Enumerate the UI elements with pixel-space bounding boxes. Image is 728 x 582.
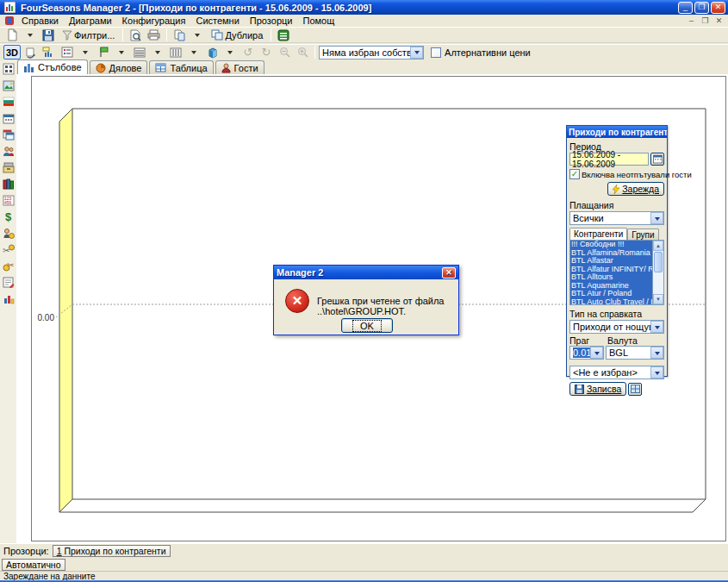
alt-prices-checkbox[interactable] — [431, 47, 441, 58]
statistics-button[interactable] — [1, 291, 16, 305]
planning-button[interactable] — [1, 128, 16, 141]
close-button[interactable]: ✕ — [711, 2, 725, 14]
scroll-down-icon[interactable]: ▼ — [653, 294, 663, 304]
dialog-close-button[interactable]: ✕ — [442, 267, 456, 278]
copy-style-button[interactable] — [171, 28, 188, 42]
panel-titlebar[interactable]: Приходи по контрагенти ✕ — [567, 126, 667, 138]
alt-prices-label: Алтернативни цени — [445, 47, 531, 58]
accounts-button[interactable]: 123456 — [1, 193, 16, 207]
guests-button[interactable] — [1, 144, 16, 158]
new-dropdown-button[interactable] — [22, 28, 39, 42]
menu-help[interactable]: Помощ — [297, 15, 339, 27]
save-report-button[interactable]: Записва — [569, 382, 626, 396]
menu-windows[interactable]: Прозорци — [245, 15, 298, 27]
chevron-down-icon[interactable] — [590, 347, 603, 359]
payments-button[interactable]: $ — [1, 210, 16, 223]
nationality-button[interactable] — [1, 95, 16, 109]
wall-style-dropdown-button[interactable] — [221, 45, 239, 59]
mdi-restore-button[interactable]: ❐ — [700, 16, 711, 25]
ok-button[interactable]: OK — [341, 318, 393, 333]
toggle-3d-button[interactable]: 3D — [3, 45, 21, 59]
payments-select[interactable]: Всички — [569, 211, 664, 225]
dialog-titlebar[interactable]: Manager 2 ✕ — [274, 266, 458, 279]
threshold-value: 0.01 — [573, 347, 590, 358]
tab-guests[interactable]: Гости — [215, 60, 264, 74]
zoom-out-icon — [279, 47, 290, 58]
restore-button[interactable]: ❐ — [694, 2, 709, 14]
filter-label: Филтри... — [74, 30, 115, 41]
list-scrollbar[interactable]: ▲ ▼ — [652, 241, 663, 304]
rotate-chart-button[interactable] — [22, 45, 39, 59]
mdi-close-button[interactable]: ✕ — [713, 16, 725, 25]
payments-label: Плащания — [569, 200, 664, 210]
load-button[interactable]: Зарежда — [607, 182, 664, 196]
saved-report-select[interactable]: <Не е избран> — [569, 366, 664, 379]
legend-dropdown-button[interactable] — [77, 45, 94, 59]
menu-charts[interactable]: Диаграми — [64, 15, 117, 27]
scroll-thumb[interactable] — [654, 252, 663, 272]
zoom-out-button[interactable] — [276, 45, 293, 59]
stats-icon — [3, 293, 15, 304]
owners-select[interactable]: Няма избран собственици — [319, 46, 424, 59]
print-button[interactable] — [145, 28, 163, 42]
horizontal-grid-button[interactable] — [131, 45, 148, 59]
legend-button[interactable] — [59, 45, 76, 59]
calendar-button[interactable] — [1, 111, 16, 125]
marks-button[interactable] — [40, 45, 58, 59]
zoom-in-button[interactable] — [294, 45, 311, 59]
wall-style-button[interactable] — [203, 45, 221, 59]
tab-bars[interactable]: Стълбове — [17, 59, 88, 74]
chevron-down-icon[interactable] — [650, 212, 663, 224]
report-type-select[interactable]: Приходи от нощувки — [569, 320, 664, 334]
registration-button[interactable] — [1, 275, 16, 289]
period-field[interactable]: 15.06.2009 - 15.06.2009 — [569, 153, 649, 166]
window-tab-button[interactable]: 1 Приходи по контрагенти — [53, 545, 171, 557]
minimize-button[interactable]: _ — [678, 2, 693, 14]
calendar-picker-button[interactable] — [650, 153, 664, 166]
rotate-left-icon: ↺ — [244, 46, 253, 59]
rotate-right-button[interactable]: ↻ — [258, 45, 275, 59]
save-button[interactable] — [40, 28, 57, 42]
series-marks-button[interactable] — [95, 45, 112, 59]
menu-configuration[interactable]: Конфигурация — [117, 15, 191, 27]
scroll-up-icon[interactable]: ▲ — [653, 241, 663, 251]
vertical-grid-dropdown-button[interactable] — [185, 45, 202, 59]
horizontal-grid-dropdown-button[interactable] — [149, 45, 166, 59]
bars-tab-icon — [23, 62, 34, 72]
calculator-button[interactable] — [1, 62, 16, 76]
cashdesk-button[interactable] — [1, 160, 16, 174]
tab-table[interactable]: Таблица — [149, 60, 213, 74]
duplicate-button[interactable]: Дублира — [207, 28, 267, 42]
series-marks-dropdown-button[interactable] — [113, 45, 130, 59]
export-button[interactable] — [275, 28, 292, 42]
menu-system[interactable]: Системни — [190, 15, 244, 27]
tab-groups[interactable]: Групи — [627, 228, 658, 240]
contractors-list[interactable]: !!! Свободни !!! BTL Alfamina/Romania BT… — [569, 240, 664, 305]
vertical-grid-button[interactable] — [167, 45, 184, 59]
include-guests-checkbox[interactable]: ✓ — [569, 169, 580, 179]
discounts-button[interactable]: ✂ — [1, 242, 16, 256]
tab-contractors[interactable]: Контрагенти — [569, 228, 627, 240]
picture-button[interactable] — [1, 78, 16, 92]
threshold-select[interactable]: 0.01 — [569, 346, 604, 360]
list-item[interactable]: BTL Auto Club Travel / Hunga — [570, 298, 652, 305]
chevron-down-icon[interactable] — [410, 47, 423, 59]
rotate-left-button[interactable]: ↺ — [240, 45, 257, 59]
chevron-down-icon[interactable] — [650, 321, 663, 333]
mdi-minimize-button[interactable]: – — [686, 16, 697, 25]
filter-button[interactable]: Филтри... — [58, 28, 119, 42]
tab-pie[interactable]: Дялове — [90, 60, 148, 74]
chevron-down-icon[interactable] — [650, 347, 663, 359]
print-preview-button[interactable] — [127, 28, 144, 42]
debtors-button[interactable] — [1, 226, 16, 240]
rates-button[interactable]: ✂ — [1, 259, 16, 272]
chevron-down-icon[interactable] — [650, 366, 663, 379]
copy-dropdown-button[interactable] — [189, 28, 206, 42]
currency-select[interactable]: BGL — [606, 346, 664, 360]
automatic-button[interactable]: Автоматично — [2, 559, 65, 571]
menu-reports[interactable]: Справки — [16, 15, 64, 27]
chevron-down-icon — [227, 51, 233, 57]
archive-button[interactable] — [1, 177, 16, 191]
manage-reports-button[interactable] — [628, 383, 642, 396]
new-document-button[interactable] — [3, 28, 21, 42]
